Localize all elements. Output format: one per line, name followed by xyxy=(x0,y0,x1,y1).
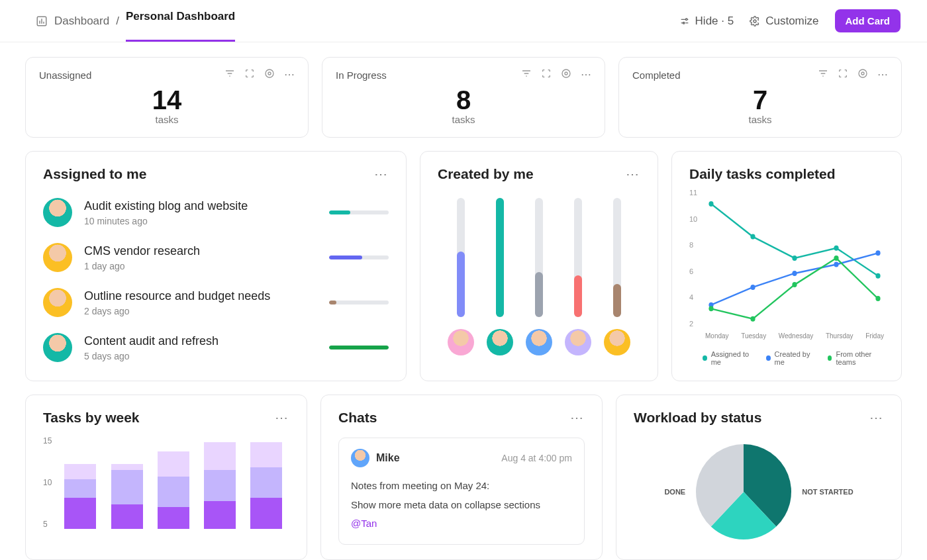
avatar xyxy=(43,288,72,317)
header-actions: Hide · 5 Customize Add Card xyxy=(679,9,901,32)
task-text: Content audit and refresh 5 days ago xyxy=(84,334,317,361)
add-card-button[interactable]: Add Card xyxy=(835,9,901,32)
task-time: 10 minutes ago xyxy=(84,216,317,226)
card-title: Assigned to me xyxy=(43,166,146,182)
progress-track xyxy=(329,301,389,304)
expand-icon[interactable] xyxy=(541,68,552,81)
task-row[interactable]: Outline resource and budget needs 2 days… xyxy=(43,288,389,317)
svg-point-9 xyxy=(859,70,867,77)
gear-icon[interactable] xyxy=(857,68,868,81)
dashboard-icon xyxy=(36,15,48,27)
line-chart: 11108642 MondayTuesdayWednesdayThursdayF… xyxy=(689,189,884,348)
chat-user: Mike xyxy=(351,449,400,467)
avatar[interactable] xyxy=(604,329,630,355)
svg-point-24 xyxy=(875,296,880,301)
task-time: 5 days ago xyxy=(84,351,317,361)
task-title: Audit existing blog and website xyxy=(84,199,317,213)
progress-track xyxy=(329,210,389,214)
avatar[interactable] xyxy=(526,329,552,355)
mention[interactable]: @Tan xyxy=(351,514,572,534)
pie-chart: DONE NOT STARTED xyxy=(634,439,884,545)
x-axis-ticks: MondayTuesdayWednesdayThursdayFriday xyxy=(705,332,884,340)
filter-icon[interactable] xyxy=(224,68,235,81)
card-action-icons: ⋯ xyxy=(224,68,295,81)
chat-message[interactable]: Mike Aug 4 at 4:00 pm Notes from meeting… xyxy=(338,438,585,545)
assigned-to-me-card: Assigned to me ⋯ Audit existing blog and… xyxy=(25,151,407,381)
breadcrumb-root[interactable]: Dashboard xyxy=(54,15,109,28)
task-text: Audit existing blog and website 10 minut… xyxy=(84,199,317,226)
svg-point-13 xyxy=(834,246,838,251)
legend-item: Created by me xyxy=(766,350,814,366)
expand-icon[interactable] xyxy=(838,68,848,81)
stat-unit: tasks xyxy=(632,114,888,125)
customize-label: Customize xyxy=(765,15,818,28)
pie-label-done: DONE xyxy=(664,488,685,496)
gear-icon[interactable] xyxy=(264,68,275,81)
stacked-bar xyxy=(111,464,143,529)
gear-icon xyxy=(750,16,760,26)
svg-point-20 xyxy=(708,306,713,311)
avatar[interactable] xyxy=(487,329,513,355)
svg-point-4 xyxy=(268,72,271,75)
stacked-bar xyxy=(158,451,189,529)
legend-item: Assigned to me xyxy=(703,350,753,366)
hide-label: Hide · 5 xyxy=(695,15,734,28)
more-icon[interactable]: ⋯ xyxy=(275,410,289,426)
workload-by-status-card: Workload by status ⋯ DONE NOT STARTED xyxy=(616,395,902,560)
more-icon[interactable]: ⋯ xyxy=(869,410,884,426)
more-icon[interactable]: ⋯ xyxy=(374,166,389,182)
more-icon[interactable]: ⋯ xyxy=(877,68,888,81)
more-icon[interactable]: ⋯ xyxy=(626,166,640,182)
stat-card-completed[interactable]: Completed ⋯ 7 tasks xyxy=(618,57,902,138)
svg-point-2 xyxy=(683,22,685,24)
stat-unit: tasks xyxy=(336,114,591,125)
task-text: CMS vendor research 1 day ago xyxy=(84,244,317,271)
breadcrumb-separator: / xyxy=(116,15,119,28)
customize-button[interactable]: Customize xyxy=(750,15,818,28)
stacked-bar xyxy=(250,442,282,529)
more-icon[interactable]: ⋯ xyxy=(581,68,591,81)
created-avatars xyxy=(438,329,640,355)
card-title: Chats xyxy=(338,410,377,426)
chat-timestamp: Aug 4 at 4:00 pm xyxy=(501,453,572,463)
avatar[interactable] xyxy=(565,329,591,355)
progress-bar xyxy=(329,210,350,214)
stat-value: 8 xyxy=(336,85,591,115)
avatar xyxy=(351,449,369,467)
svg-point-21 xyxy=(750,316,755,322)
filter-icon[interactable] xyxy=(521,68,532,81)
svg-point-10 xyxy=(708,201,713,207)
svg-point-7 xyxy=(562,70,570,77)
svg-point-19 xyxy=(875,250,880,256)
sliders-icon xyxy=(679,16,690,26)
card-title: Tasks by week xyxy=(43,410,140,426)
avatar[interactable] xyxy=(448,329,474,355)
svg-point-18 xyxy=(834,262,838,267)
task-title: Content audit and refresh xyxy=(84,334,317,348)
task-row[interactable]: CMS vendor research 1 day ago xyxy=(43,243,389,272)
svg-point-11 xyxy=(750,234,755,240)
stat-title: In Progress xyxy=(336,70,387,81)
task-row[interactable]: Content audit and refresh 5 days ago xyxy=(43,333,389,362)
task-time: 2 days ago xyxy=(84,306,317,316)
progress-bar xyxy=(329,346,389,350)
hide-button[interactable]: Hide · 5 xyxy=(679,15,734,28)
y-axis-ticks: 11108642 xyxy=(689,189,697,328)
more-icon[interactable]: ⋯ xyxy=(284,68,295,81)
more-icon[interactable]: ⋯ xyxy=(570,410,585,426)
filter-icon[interactable] xyxy=(818,68,828,81)
stat-card-unassigned[interactable]: Unassigned ⋯ 14 tasks xyxy=(25,57,309,138)
progress-track xyxy=(329,256,389,259)
gear-icon[interactable] xyxy=(561,68,571,81)
tasks-by-week-card: Tasks by week ⋯ 15105 xyxy=(25,395,307,560)
stat-card-inprogress[interactable]: In Progress ⋯ 8 tasks xyxy=(322,57,605,138)
stat-value: 14 xyxy=(39,85,295,115)
task-row[interactable]: Audit existing blog and website 10 minut… xyxy=(43,198,389,227)
avatar xyxy=(43,198,72,227)
expand-icon[interactable] xyxy=(244,68,255,81)
task-time: 1 day ago xyxy=(84,261,317,271)
task-title: CMS vendor research xyxy=(84,244,317,258)
task-text: Outline resource and budget needs 2 days… xyxy=(84,289,317,316)
bar xyxy=(457,198,465,317)
breadcrumb-current[interactable]: Personal Dashboard xyxy=(126,10,235,32)
